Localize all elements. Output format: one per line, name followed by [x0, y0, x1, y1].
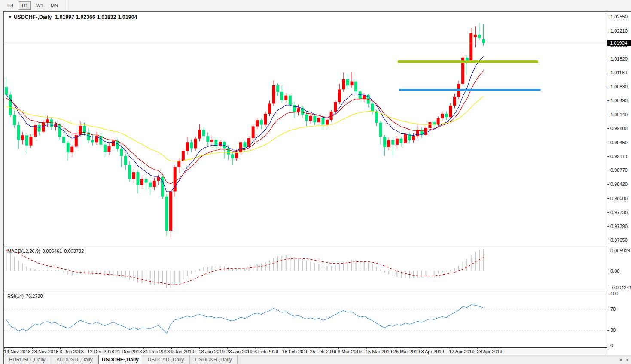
moving-average-13 — [6, 71, 484, 184]
price-tick-mark — [607, 128, 609, 129]
date-tick-label: 6 Feb 2019 — [254, 349, 278, 354]
macd-tick-label: 0.00 — [610, 268, 619, 273]
price-tick-label: 0.99110 — [610, 154, 627, 159]
rsi-panel[interactable]: RSI(14)76.2730 — [4, 292, 607, 347]
date-tick-label: 28 Jan 2019 — [226, 349, 253, 354]
rsi-value: 76.2730 — [26, 294, 43, 299]
rsi-tick-mark — [607, 346, 609, 346]
price-tick-label: 0.98080 — [610, 196, 628, 201]
price-tick-mark — [607, 212, 609, 213]
date-axis[interactable]: 14 Nov 201823 Nov 20183 Dec 201812 Dec 2… — [4, 347, 631, 355]
price-tick-mark — [607, 240, 609, 240]
open-value: 1.01997 — [55, 14, 74, 20]
tab-usdchf[interactable]: USDCHF-,Daily — [98, 355, 142, 364]
date-tick-label: 12 Dec 2018 — [87, 349, 114, 354]
rsi-name: RSI(14) — [7, 294, 24, 299]
rsi-tick-label: 30 — [610, 328, 616, 333]
tab-scroll-right-icon[interactable]: ► — [626, 358, 630, 362]
date-tick-label: 23 Nov 2018 — [32, 349, 58, 354]
macd-panel[interactable]: MACD(12,26,9)0.0054610.003782 — [4, 247, 607, 291]
tab-usdcad[interactable]: USDCAD-,Daily — [142, 355, 190, 364]
moving-average-34 — [6, 97, 484, 161]
timeframe-button-d1[interactable]: D1 — [19, 1, 31, 10]
chart-window: ▼USDCHF-,Daily 1.019971.023661.018321.01… — [3, 11, 631, 364]
rsi-tick-mark — [607, 309, 609, 309]
price-tick-mark — [607, 170, 609, 170]
price-tick-mark — [607, 17, 609, 17]
timeframe-button-mn[interactable]: MN — [48, 1, 61, 10]
macd-name: MACD(12,26,9) — [7, 249, 40, 254]
tab-eurusd[interactable]: EURUSD-,Daily — [4, 355, 51, 364]
rsi-tick-mark — [607, 294, 609, 294]
timeframe-button-w1[interactable]: W1 — [34, 1, 46, 10]
low-value: 1.01832 — [97, 14, 116, 20]
rsi-chart-canvas[interactable] — [4, 292, 607, 347]
price-tick-label: 1.00490 — [610, 98, 628, 103]
price-tick-label: 0.97730 — [610, 210, 628, 215]
price-tick-mark — [607, 184, 609, 185]
price-tick-mark — [607, 31, 609, 31]
close-value: 1.01904 — [118, 14, 137, 20]
price-tick-mark — [607, 143, 609, 143]
price-tick-mark — [607, 73, 609, 73]
price-tick-mark — [607, 115, 609, 115]
chart-tab-bar: EURUSD-,DailyAUDUSD-,DailyUSDCHF-,DailyU… — [4, 355, 631, 364]
price-tick-label: 1.01180 — [610, 70, 627, 75]
current-price-tag: 1.01904 — [607, 40, 631, 46]
macd-main-value: 0.005461 — [42, 249, 62, 254]
macd-signal-value: 0.003782 — [64, 249, 84, 254]
date-tick-label: 31 Dec 2018 — [143, 349, 170, 354]
date-tick-label: 25 Feb 2019 — [310, 349, 336, 354]
macd-label: MACD(12,26,9)0.0054610.003782 — [7, 249, 86, 254]
price-chart-panel[interactable]: ▼USDCHF-,Daily 1.019971.023661.018321.01… — [4, 12, 607, 246]
price-tick-label: 1.00830 — [610, 84, 628, 89]
price-tick-label: 0.99450 — [610, 140, 628, 145]
rsi-tick-label: 70 — [610, 306, 616, 312]
tab-audusd[interactable]: AUDUSD-,Daily — [51, 355, 98, 364]
price-axis[interactable]: 1.025501.022101.018601.015201.011801.008… — [607, 12, 631, 355]
price-tick-mark — [607, 156, 609, 157]
price-tick-label: 1.02210 — [610, 28, 628, 33]
date-tick-label: 3 Apr 2019 — [421, 349, 444, 354]
date-tick-label: 25 Mar 2019 — [393, 349, 420, 354]
macd-tick-label: -0.004241 — [610, 285, 631, 290]
macd-signal-line — [6, 250, 484, 285]
macd-tick-label: 0.005923 — [610, 248, 630, 253]
price-tick-mark — [607, 198, 609, 199]
price-tick-mark — [607, 87, 609, 87]
date-tick-label: 18 Jan 2019 — [198, 349, 225, 354]
price-tick-mark — [607, 59, 609, 59]
rsi-tick-mark — [607, 330, 609, 331]
tab-scroll-left-icon[interactable]: ◄ — [619, 358, 622, 362]
date-tick-label: 9 Jan 2019 — [171, 349, 194, 354]
price-tick-mark — [607, 226, 609, 227]
macd-tick-mark — [607, 271, 609, 271]
price-tick-label: 1.00140 — [610, 112, 628, 117]
price-tick-label: 0.98420 — [610, 182, 628, 187]
chart-title: ▼USDCHF-,Daily 1.019971.023661.018321.01… — [8, 14, 139, 20]
date-tick-label: 12 Apr 2019 — [449, 349, 474, 354]
price-tick-label: 1.02550 — [610, 14, 628, 19]
macd-chart-canvas[interactable] — [4, 247, 607, 291]
price-tick-label: 0.98770 — [610, 167, 628, 173]
date-tick-label: 6 Mar 2019 — [338, 349, 362, 354]
rsi-label: RSI(14)76.2730 — [7, 294, 45, 299]
timeframe-toolbar: H4D1W1MN — [0, 0, 631, 11]
candlestick-chart-canvas[interactable] — [4, 12, 607, 246]
tab-scroll-arrows: ◄ ► — [616, 358, 630, 362]
date-tick-label: 15 Mar 2019 — [366, 349, 392, 354]
rsi-tick-label: 0 — [610, 343, 613, 348]
price-tick-label: 0.97050 — [610, 237, 628, 243]
chart-symbol-label: USDCHF-,Daily — [14, 14, 52, 20]
date-tick-label: 14 Nov 2018 — [4, 349, 30, 354]
price-tick-label: 1.01520 — [610, 56, 628, 61]
collapse-triangle-icon[interactable]: ▼ — [8, 15, 12, 19]
date-tick-label: 15 Feb 2019 — [282, 349, 309, 354]
price-tick-label: 0.97390 — [610, 224, 628, 229]
timeframe-button-h4[interactable]: H4 — [4, 1, 16, 10]
candlestick-series — [5, 23, 485, 239]
trading-terminal: H4D1W1MN ▼USDCHF-,Daily 1.019971.023661.… — [0, 0, 631, 364]
price-tick-label: 0.99800 — [610, 126, 628, 131]
tab-usdcnh[interactable]: USDCNH-,Daily — [190, 355, 238, 364]
high-value: 1.02366 — [76, 14, 95, 20]
